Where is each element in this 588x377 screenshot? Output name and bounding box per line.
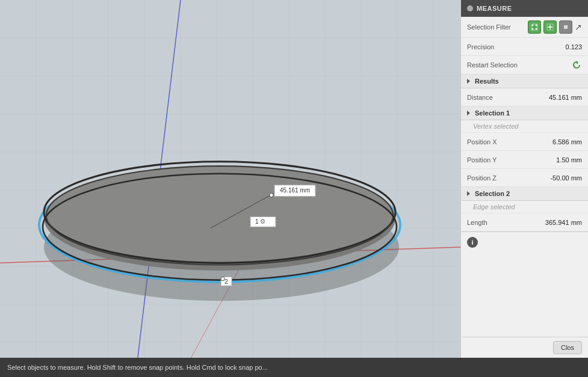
position-x-label: Position X (467, 138, 497, 146)
length-value: 365.941 mm (545, 219, 582, 226)
precision-value: 0.123 (565, 43, 582, 51)
viewport[interactable]: 45.161 mm 1 ⚙ 2 (0, 0, 460, 377)
panel-body: Selection Filter (461, 17, 588, 337)
position-y-row: Position Y 1.50 mm (461, 151, 588, 169)
distance-row: Distance 45.161 mm (461, 88, 588, 106)
length-label: Length (467, 219, 487, 226)
panel-title: MEASURE (477, 5, 512, 12)
svg-point-46 (536, 28, 537, 30)
info-icon: i (467, 237, 478, 248)
position-z-row: Position Z -50.00 mm (461, 169, 588, 187)
svg-point-45 (532, 28, 534, 30)
selection-filter-row: Selection Filter (461, 17, 588, 38)
svg-point-40 (270, 193, 273, 197)
panel-close-dot[interactable] (467, 5, 473, 11)
position-y-value: 1.50 mm (556, 156, 582, 164)
svg-point-44 (536, 25, 537, 26)
restart-icon[interactable] (571, 60, 582, 70)
position-z-value: -50.00 mm (550, 174, 582, 182)
selection-filter-label: Selection Filter (467, 23, 511, 31)
restart-selection-row[interactable]: Restart Selection (461, 56, 588, 75)
svg-point-43 (532, 25, 534, 26)
close-button-container: Clos (461, 337, 588, 358)
status-bar: Select objects to measure. Hold Shift to… (0, 358, 588, 377)
close-button[interactable]: Clos (553, 341, 582, 354)
position-x-row: Position X 6.586 mm (461, 133, 588, 151)
svg-point-41 (221, 277, 224, 281)
face-filter-btn[interactable] (559, 20, 572, 34)
info-row: i (461, 231, 588, 253)
right-panel: MEASURE Selection Filter (460, 0, 588, 358)
precision-label: Precision (467, 43, 494, 51)
selection2-header-label: Selection 2 (475, 190, 510, 197)
selection2-subtext: Edge selected (461, 201, 588, 213)
svg-text:⚙: ⚙ (260, 218, 265, 225)
svg-marker-52 (577, 61, 578, 64)
svg-text:45.161 mm: 45.161 mm (280, 187, 310, 194)
edge-filter-btn[interactable] (543, 20, 557, 34)
selection2-triangle-icon (467, 191, 470, 196)
status-text: Select objects to measure. Hold Shift to… (7, 364, 268, 371)
svg-text:1: 1 (255, 218, 259, 225)
panel-header: MEASURE (461, 0, 588, 17)
filter-icons-group: ↗ (528, 20, 582, 34)
svg-rect-51 (564, 25, 568, 29)
length-row: Length 365.941 mm (461, 213, 588, 231)
precision-row: Precision 0.123 (461, 38, 588, 56)
selection2-section-header: Selection 2 (461, 187, 588, 201)
selection1-header-label: Selection 1 (475, 109, 510, 117)
distance-value: 45.161 mm (549, 94, 582, 101)
selection1-section-header: Selection 1 (461, 106, 588, 120)
distance-label: Distance (467, 94, 493, 101)
selection1-subtext: Vertex selected (461, 120, 588, 133)
results-triangle-icon (467, 79, 470, 84)
position-z-label: Position Z (467, 174, 497, 182)
results-header-label: Results (475, 78, 499, 85)
position-y-label: Position Y (467, 156, 497, 164)
selection1-triangle-icon (467, 111, 470, 115)
vertex-filter-btn[interactable] (528, 20, 541, 34)
svg-text:2: 2 (224, 278, 228, 285)
position-x-value: 6.586 mm (552, 138, 582, 146)
restart-selection-label: Restart Selection (467, 61, 518, 69)
filter-cursor: ↗ (575, 22, 582, 32)
results-section-header: Results (461, 75, 588, 88)
